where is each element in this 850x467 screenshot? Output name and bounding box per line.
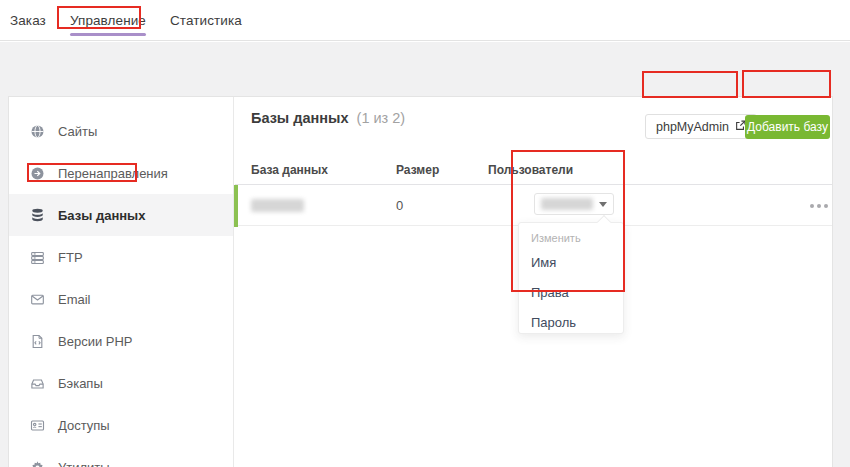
id-card-icon bbox=[29, 417, 45, 433]
dropdown-item-name[interactable]: Имя bbox=[531, 255, 611, 270]
redirect-arrow-icon bbox=[29, 165, 45, 181]
redacted-user-name bbox=[541, 198, 593, 210]
sidebar-item-access[interactable]: Доступы bbox=[9, 404, 233, 446]
sidebar-item-label: Доступы bbox=[58, 418, 110, 433]
row-actions-button[interactable] bbox=[807, 201, 831, 211]
sidebar-item-databases[interactable]: Базы данных bbox=[9, 194, 233, 236]
dropdown-item-rights[interactable]: Права bbox=[531, 285, 611, 300]
table-row: 0 bbox=[235, 185, 832, 226]
sidebar-item-email[interactable]: Email bbox=[9, 278, 233, 320]
envelope-icon bbox=[29, 291, 45, 307]
row-accent-bar bbox=[234, 185, 238, 227]
sidebar-item-backups[interactable]: Бэкапы bbox=[9, 362, 233, 404]
dropdown-item-password[interactable]: Пароль bbox=[531, 315, 611, 330]
gear-icon bbox=[29, 459, 45, 467]
chevron-down-icon bbox=[599, 202, 607, 207]
database-size-value: 0 bbox=[396, 198, 403, 213]
globe-icon bbox=[29, 123, 45, 139]
top-tab-bar: Заказ Управление Статистика bbox=[0, 0, 850, 41]
phpmyadmin-button[interactable]: phpMyAdmin bbox=[645, 114, 757, 139]
user-dropdown-menu: Изменить Имя Права Пароль bbox=[518, 222, 624, 334]
archive-box-icon bbox=[29, 375, 45, 391]
databases-section: Базы данных (1 из 2) phpMyAdmin Добавить… bbox=[235, 97, 832, 467]
sidebar-item-label: Перенаправления bbox=[58, 166, 168, 181]
php-file-icon bbox=[29, 333, 45, 349]
server-icon bbox=[29, 249, 45, 265]
column-header-users: Пользователи bbox=[488, 163, 573, 177]
sidebar-item-label: Бэкапы bbox=[58, 376, 103, 391]
user-dropdown-trigger[interactable] bbox=[534, 193, 614, 215]
column-header-size: Размер bbox=[396, 163, 439, 177]
tab-order[interactable]: Заказ bbox=[10, 0, 46, 40]
sidebar-item-ftp[interactable]: FTP bbox=[9, 236, 233, 278]
redacted-database-name bbox=[251, 199, 304, 212]
database-icon bbox=[29, 207, 45, 223]
sidebar-item-label: Сайты bbox=[58, 124, 97, 139]
sidebar-item-sites[interactable]: Сайты bbox=[9, 110, 233, 152]
tab-management[interactable]: Управление bbox=[70, 0, 146, 40]
content-panel: Сайты Перенаправления Базы данных FTP bbox=[8, 96, 833, 467]
sidebar-item-label: Версии PHP bbox=[58, 334, 133, 349]
sidebar-item-label: Утилиты bbox=[58, 460, 110, 467]
sidebar-item-php-versions[interactable]: Версии PHP bbox=[9, 320, 233, 362]
ellipsis-dot bbox=[810, 204, 814, 208]
page-title-text: Базы данных bbox=[251, 110, 349, 126]
ellipsis-dot bbox=[824, 204, 828, 208]
dropdown-section-label: Изменить bbox=[531, 232, 611, 244]
page-title: Базы данных (1 из 2) bbox=[251, 110, 405, 126]
sidebar: Сайты Перенаправления Базы данных FTP bbox=[9, 97, 234, 467]
workspace-background: Сайты Перенаправления Базы данных FTP bbox=[0, 42, 850, 467]
sidebar-item-label: FTP bbox=[58, 250, 83, 265]
column-header-database: База данных bbox=[251, 163, 328, 177]
sidebar-item-label: Email bbox=[58, 292, 91, 307]
sidebar-item-label: Базы данных bbox=[58, 208, 145, 223]
sidebar-item-utilities[interactable]: Утилиты bbox=[9, 446, 233, 467]
page-title-count: (1 из 2) bbox=[357, 110, 406, 126]
add-database-button[interactable]: Добавить базу bbox=[745, 115, 830, 139]
tab-statistics[interactable]: Статистика bbox=[170, 0, 242, 40]
table-header-row: База данных Размер Пользователи bbox=[235, 157, 832, 185]
ellipsis-dot bbox=[817, 204, 821, 208]
phpmyadmin-button-label: phpMyAdmin bbox=[656, 120, 729, 134]
sidebar-item-redirects[interactable]: Перенаправления bbox=[9, 152, 233, 194]
